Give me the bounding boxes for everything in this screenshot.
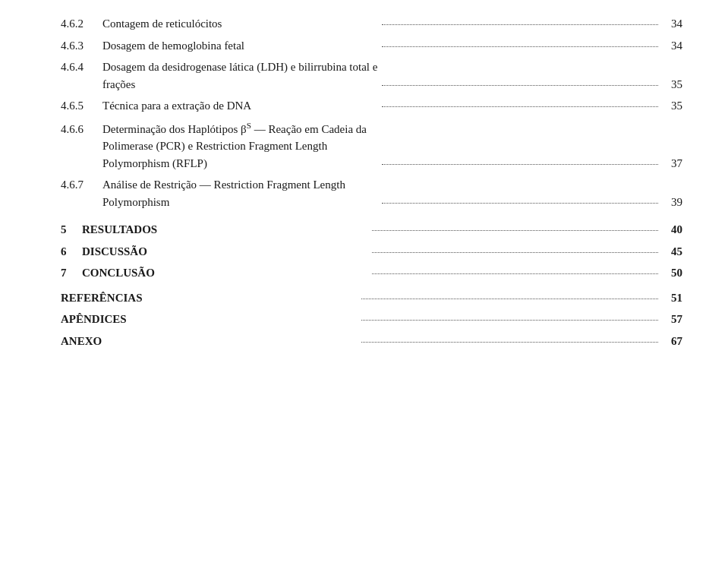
entry-title-5: RESULTADOS — [82, 221, 369, 239]
page-num-466: 37 — [661, 155, 682, 172]
entry-row-466-line2: Polimerase (PCR) e Restriction Fragment … — [61, 137, 682, 155]
entry-title-466-part1: Determinação dos Haplótipos βS — Reação … — [102, 119, 682, 138]
toc-entry-467: 4.6.7 Análise de Restrição — Restriction… — [61, 176, 682, 210]
page-num-465: 35 — [661, 97, 682, 115]
dots-466 — [382, 164, 658, 165]
dots-464 — [382, 85, 658, 86]
entry-text-466-line2: Polimerase (PCR) e Restriction Fragment … — [102, 137, 682, 155]
dots-anexo — [361, 342, 659, 343]
entry-title-467-cont: Polymorphism — [102, 194, 379, 211]
entry-title-466-cont1: Polimerase (PCR) e Restriction Fragment … — [102, 137, 682, 155]
toc-entry-anexo: ANEXO 67 — [61, 333, 682, 350]
toc-entry-5: 5 RESULTADOS 40 — [61, 221, 682, 239]
dots-apendices — [361, 320, 659, 321]
toc-entry-apendices: APÊNDICES 57 — [61, 311, 682, 328]
entry-title-465: Técnica para a extração de DNA — [102, 97, 379, 115]
entry-number-463: 4.6.3 — [61, 37, 102, 55]
entry-number-467: 4.6.7 — [61, 176, 102, 194]
toc-entry-462: 4.6.2 Contagem de reticulócitos 34 — [61, 15, 682, 33]
entry-number-465: 4.6.5 — [61, 97, 102, 115]
entry-text-5: RESULTADOS 40 — [82, 221, 682, 239]
entry-row-466-line3: Polymorphism (RFLP) 37 — [61, 155, 682, 172]
entry-text-462: Contagem de reticulócitos 34 — [102, 15, 682, 33]
entry-row-464-cont: frações 35 — [61, 76, 682, 93]
entry-title-7: CONCLUSÃO — [82, 264, 369, 282]
entry-title-462: Contagem de reticulócitos — [102, 15, 379, 33]
entry-title-466-cont2: Polymorphism (RFLP) — [102, 155, 379, 172]
entry-text-463: Dosagem de hemoglobina fetal 34 — [102, 37, 682, 55]
entry-title-464-cont: frações — [102, 76, 379, 93]
page-num-462: 34 — [661, 15, 682, 33]
entry-row-464: 4.6.4 Dosagem da desidrogenase lática (L… — [61, 58, 682, 76]
dots-referencias — [361, 299, 659, 299]
toc-entry-7: 7 CONCLUSÃO 50 — [61, 264, 682, 282]
table-of-contents: 4.6.2 Contagem de reticulócitos 34 4.6.3… — [61, 15, 682, 349]
toc-entry-466: 4.6.6 Determinação dos Haplótipos βS — R… — [61, 119, 682, 172]
entry-number-462: 4.6.2 — [61, 15, 102, 33]
entry-row-466-line1: 4.6.6 Determinação dos Haplótipos βS — R… — [61, 119, 682, 138]
entry-title-464: Dosagem da desidrogenase lática (LDH) e … — [102, 58, 682, 76]
entry-text-apendices: APÊNDICES 57 — [61, 311, 682, 328]
entry-text-464: Dosagem da desidrogenase lática (LDH) e … — [102, 58, 682, 76]
page-num-anexo: 67 — [661, 333, 682, 350]
entry-number-464: 4.6.4 — [61, 58, 102, 76]
entry-number-7: 7 — [61, 264, 82, 282]
toc-entry-464: 4.6.4 Dosagem da desidrogenase lática (L… — [61, 58, 682, 93]
page-num-6: 45 — [661, 243, 682, 261]
dots-467 — [382, 203, 658, 204]
dots-7 — [372, 273, 659, 274]
page-num-5: 40 — [661, 221, 682, 239]
page-num-apendices: 57 — [661, 311, 682, 328]
entry-title-6: DISCUSSÃO — [82, 243, 369, 261]
entry-number-6: 6 — [61, 243, 82, 261]
entry-title-referencias: REFERÊNCIAS — [61, 289, 358, 307]
dots-6 — [372, 252, 659, 253]
entry-text-7: CONCLUSÃO 50 — [82, 264, 682, 282]
dots-462 — [382, 24, 658, 25]
page-num-467: 39 — [661, 194, 682, 211]
entry-text-467-line1: Análise de Restrição — Restriction Fragm… — [102, 176, 682, 194]
entry-number-466: 4.6.6 — [61, 121, 102, 138]
toc-entry-463: 4.6.3 Dosagem de hemoglobina fetal 34 — [61, 37, 682, 55]
toc-entry-465: 4.6.5 Técnica para a extração de DNA 35 — [61, 97, 682, 115]
dots-463 — [382, 46, 658, 47]
toc-entry-6: 6 DISCUSSÃO 45 — [61, 243, 682, 261]
dots-5 — [372, 230, 659, 231]
entry-text-anexo: ANEXO 67 — [61, 333, 682, 350]
page-num-7: 50 — [661, 264, 682, 282]
entry-text-6: DISCUSSÃO 45 — [82, 243, 682, 261]
entry-title-anexo: ANEXO — [61, 333, 358, 350]
entry-row-467-line1: 4.6.7 Análise de Restrição — Restriction… — [61, 176, 682, 194]
entry-text-referencias: REFERÊNCIAS 51 — [61, 289, 682, 307]
superscript-s: S — [247, 121, 251, 130]
entry-text-464-cont: frações 35 — [102, 76, 682, 93]
toc-entry-referencias: REFERÊNCIAS 51 — [61, 289, 682, 307]
entry-row-467-line2: Polymorphism 39 — [61, 194, 682, 211]
entry-text-466-line1: Determinação dos Haplótipos βS — Reação … — [102, 119, 682, 138]
entry-title-463: Dosagem de hemoglobina fetal — [102, 37, 379, 55]
page-num-referencias: 51 — [661, 289, 682, 307]
entry-title-467: Análise de Restrição — Restriction Fragm… — [102, 176, 682, 194]
entry-text-465: Técnica para a extração de DNA 35 — [102, 97, 682, 115]
entry-number-5: 5 — [61, 221, 82, 239]
page-num-464: 35 — [661, 76, 682, 93]
entry-text-467-line2: Polymorphism 39 — [102, 194, 682, 211]
page-num-463: 34 — [661, 37, 682, 55]
entry-title-apendices: APÊNDICES — [61, 311, 358, 328]
dots-465 — [382, 106, 658, 107]
entry-text-466-line3: Polymorphism (RFLP) 37 — [102, 155, 682, 172]
